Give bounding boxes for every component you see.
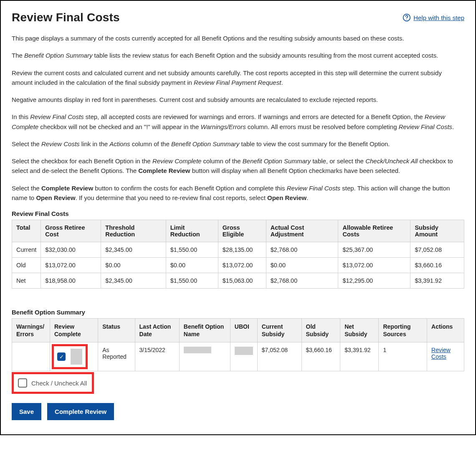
svg-point-1	[407, 19, 408, 20]
bos-th-current-subsidy: Current Subsidy	[257, 319, 301, 342]
intro-p2: The Benefit Option Summary table lists t…	[12, 51, 464, 60]
redacted-block	[235, 347, 253, 355]
costs-th-gross-eligible: Gross Eligible	[218, 220, 266, 242]
intro-p1: This page displays a summary of the cost…	[12, 33, 464, 43]
bos-th-last-action: Last Action Date	[135, 319, 179, 342]
costs-th-total: Total	[12, 220, 41, 242]
spacer	[12, 292, 464, 307]
save-button[interactable]: Save	[12, 403, 41, 420]
bos-th-review-complete: Review Complete	[50, 319, 98, 342]
intro-p4: Negative amounts display in red font in …	[12, 95, 464, 104]
intro-p5: In this Review Final Costs step, all acc…	[12, 112, 464, 132]
costs-table: Total Gross Retiree Cost Threshold Reduc…	[12, 220, 464, 289]
bos-th-actions: Actions	[427, 319, 464, 342]
bos-table-title: Benefit Option Summary	[12, 309, 464, 316]
costs-th-gross-retiree: Gross Retiree Cost	[41, 220, 101, 242]
benefit-option-summary-table: Warnings/ Errors Review Complete Status …	[12, 318, 464, 371]
redacted-block	[71, 349, 82, 365]
bos-th-uboi: UBOI	[230, 319, 257, 342]
costs-row-net: Net $18,958.00 $2,345.00 $1,550.00 $15,0…	[12, 273, 464, 289]
bos-cell-uboi	[230, 342, 257, 371]
bos-cell-review-complete: ✓	[50, 342, 98, 371]
bos-th-status: Status	[98, 319, 135, 342]
bos-cell-old-subsidy: $3,660.16	[301, 342, 340, 371]
help-icon	[403, 13, 411, 22]
bos-th-bon: Benefit Option Name	[179, 319, 230, 342]
intro-p7: Select the checkbox for each Benefit Opt…	[12, 156, 464, 176]
bos-th-old-subsidy: Old Subsidy	[301, 319, 340, 342]
check-uncheck-all-box: Check / Uncheck All	[12, 372, 94, 394]
intro-p8: Select the Complete Review button to con…	[12, 183, 464, 203]
bos-cell-warnings	[12, 342, 50, 371]
bos-cell-status: As Reported	[98, 342, 135, 371]
bos-th-warnings: Warnings/ Errors	[12, 319, 50, 342]
help-link-text: Help with this step	[413, 14, 464, 21]
costs-th-actual-adj: Actual Cost Adjustment	[266, 220, 338, 242]
check-uncheck-all-label: Check / Uncheck All	[31, 380, 87, 387]
bos-cell-net-subsidy: $3,391.92	[340, 342, 379, 371]
bos-cell-reporting-sources: 1	[379, 342, 427, 371]
costs-th-subsidy: Subsidy Amount	[410, 220, 464, 242]
costs-th-threshold: Threshold Reduction	[101, 220, 166, 242]
bos-cell-actions: Review Costs	[427, 342, 464, 371]
costs-th-limit: Limit Reduction	[166, 220, 218, 242]
bos-cell-current-subsidy: $7,052.08	[257, 342, 301, 371]
intro-p3: Review the current costs and calculated …	[12, 68, 464, 88]
redacted-block	[184, 347, 211, 353]
costs-th-allowable: Allowable Retiree Costs	[338, 220, 410, 242]
bos-cell-bon	[179, 342, 230, 371]
check-icon: ✓	[59, 354, 64, 360]
page-title: Review Final Costs	[12, 11, 120, 24]
costs-row-current: Current $32,030.00 $2,345.00 $1,550.00 $…	[12, 242, 464, 258]
help-link[interactable]: Help with this step	[403, 13, 464, 22]
bos-cell-last-action: 3/15/2022	[135, 342, 179, 371]
bos-th-reporting-sources: Reporting Sources	[379, 319, 427, 342]
check-uncheck-all-checkbox[interactable]	[18, 378, 27, 388]
review-complete-checkbox[interactable]: ✓	[57, 352, 66, 361]
costs-table-title: Review Final Costs	[12, 210, 464, 217]
intro-p6: Select the Review Costs link in the Acti…	[12, 139, 464, 149]
bos-th-net-subsidy: Net Subsidy	[340, 319, 379, 342]
review-costs-link[interactable]: Review Costs	[431, 347, 451, 360]
complete-review-button[interactable]: Complete Review	[47, 403, 114, 420]
costs-row-old: Old $13,072.00 $0.00 $0.00 $13,072.00 $0…	[12, 258, 464, 273]
bos-row: ✓ As Reported 3/15/2022 $7,052.08 $3,660…	[12, 342, 464, 371]
